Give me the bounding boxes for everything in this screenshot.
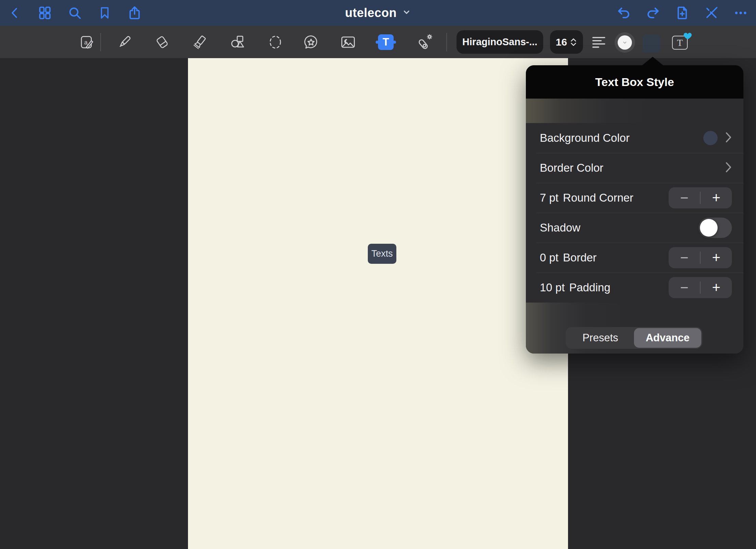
document-title-group[interactable]: utelecon	[345, 0, 411, 26]
padding-stepper: − +	[669, 277, 732, 298]
title-chevron-down-icon	[402, 8, 411, 18]
shadow-row: Shadow	[526, 213, 743, 243]
chevron-right-icon	[725, 132, 732, 144]
current-color-swatch	[618, 35, 632, 50]
lasso-tool-icon[interactable]	[267, 33, 284, 51]
note-page[interactable]: Texts	[188, 58, 568, 549]
text-color-button[interactable]	[615, 32, 635, 53]
padding-row: 10 pt Padding − +	[526, 273, 743, 303]
row-label: Padding	[569, 281, 610, 294]
pen-tool-icon[interactable]	[116, 34, 133, 51]
stylus-icon[interactable]	[704, 5, 719, 20]
plus-button[interactable]: +	[701, 277, 732, 298]
background-color-swatch	[703, 131, 718, 145]
text-align-icon[interactable]	[591, 35, 607, 50]
top-navigation-bar: utelecon	[0, 0, 756, 26]
plus-button[interactable]: +	[701, 187, 732, 208]
border-width-stepper: − +	[669, 247, 732, 268]
text-box-style-popover: Text Box Style Background Color Border C…	[526, 65, 743, 354]
segment-advance[interactable]: Advance	[634, 328, 701, 348]
style-settings-list: Background Color Border Color 7 pt Round…	[526, 123, 743, 303]
round-corner-stepper: − +	[669, 187, 732, 208]
eraser-tool-icon[interactable]	[154, 34, 171, 51]
font-family-button[interactable]: HiraginoSans-...	[457, 30, 543, 54]
row-label: Border Color	[540, 161, 603, 174]
minus-button[interactable]: −	[669, 277, 700, 298]
bookmark-icon[interactable]	[97, 5, 112, 20]
text-box-style-button[interactable]	[642, 35, 660, 53]
search-icon[interactable]	[67, 5, 82, 20]
mode-segmented-control: Presets Advance	[566, 327, 702, 349]
popover-preview-strip	[526, 99, 743, 123]
popover-footer: Presets Advance	[526, 303, 743, 354]
popover-title: Text Box Style	[595, 75, 674, 89]
document-title: utelecon	[345, 6, 397, 20]
plus-button[interactable]: +	[701, 247, 732, 268]
toolbar-divider	[100, 33, 101, 51]
background-color-row[interactable]: Background Color	[526, 123, 743, 153]
font-family-label: HiraginoSans-...	[462, 36, 537, 48]
text-object[interactable]: Texts	[368, 244, 396, 264]
chevron-right-icon	[725, 161, 732, 174]
round-corner-value: 7 pt	[540, 191, 559, 204]
row-label: Round Corner	[563, 191, 633, 204]
row-label: Border	[563, 251, 597, 264]
font-size-value: 16	[556, 36, 567, 48]
image-tool-icon[interactable]	[339, 33, 357, 51]
minus-button[interactable]: −	[669, 247, 700, 268]
segment-presets[interactable]: Presets	[567, 328, 634, 348]
svg-text:a: a	[84, 39, 88, 46]
border-color-row[interactable]: Border Color	[526, 153, 743, 183]
sticker-tool-icon[interactable]	[302, 33, 320, 51]
row-label: Background Color	[540, 132, 630, 144]
popover-header: Text Box Style	[526, 65, 743, 99]
add-page-icon[interactable]	[675, 5, 690, 20]
minus-button[interactable]: −	[669, 187, 700, 208]
row-label: Shadow	[540, 221, 580, 234]
toolbar-divider	[446, 33, 447, 51]
border-width-value: 0 pt	[540, 251, 559, 264]
text-box-favorite-icon[interactable]: T	[672, 33, 692, 51]
tool-bar: a T HiraginoSans-...	[0, 26, 756, 58]
shadow-toggle[interactable]	[699, 218, 732, 238]
laser-tool-icon[interactable]	[415, 33, 433, 51]
share-icon[interactable]	[127, 5, 142, 20]
screen: utelecon a	[0, 0, 756, 549]
redo-icon[interactable]	[646, 5, 660, 20]
toggle-knob	[700, 219, 718, 237]
padding-value: 10 pt	[540, 281, 565, 294]
highlighter-tool-icon[interactable]	[191, 34, 208, 51]
undo-icon[interactable]	[616, 5, 631, 20]
shapes-tool-icon[interactable]	[229, 33, 246, 51]
page-grid-icon[interactable]	[37, 5, 52, 20]
text-tool-icon[interactable]: T	[378, 34, 394, 50]
heart-badge-icon	[684, 32, 692, 40]
border-width-row: 0 pt Border − +	[526, 243, 743, 273]
back-icon[interactable]	[7, 5, 22, 20]
round-corner-row: 7 pt Round Corner − +	[526, 183, 743, 213]
font-size-stepper[interactable]: 16	[550, 30, 583, 54]
tool-mode-icon[interactable]: a	[78, 34, 95, 51]
more-icon[interactable]	[733, 5, 748, 20]
